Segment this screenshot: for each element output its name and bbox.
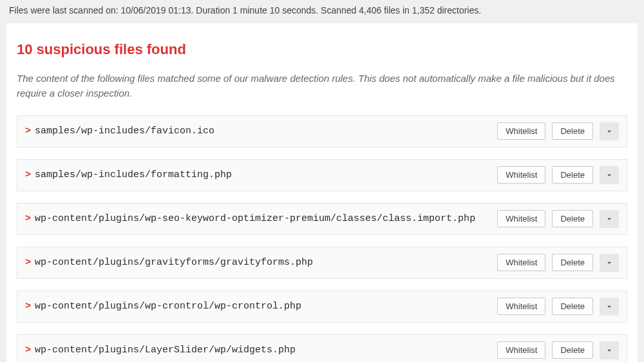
delete-button[interactable]: Delete [552, 122, 593, 140]
file-path-wrap: > samples/wp-includes/formatting.php [25, 169, 497, 180]
results-heading: 10 suspicious files found [17, 41, 627, 58]
results-panel: 10 suspicious files found The content of… [6, 23, 638, 362]
file-path-text: samples/wp-includes/favicon.ico [35, 126, 214, 137]
file-actions: Whitelist Delete [497, 298, 619, 316]
delete-button[interactable]: Delete [552, 341, 593, 359]
file-actions: Whitelist Delete [497, 254, 619, 272]
whitelist-button[interactable]: Whitelist [497, 298, 545, 315]
expand-arrow-icon: > [25, 301, 31, 312]
expand-arrow-icon: > [25, 126, 31, 137]
file-actions: Whitelist Delete [497, 341, 619, 359]
chevron-down-icon [605, 258, 614, 267]
file-row: > wp-content/plugins/LayerSlider/wp/widg… [17, 334, 627, 363]
file-path-wrap: > wp-content/plugins/wp-crontrol/wp-cron… [25, 301, 497, 312]
expand-arrow-icon: > [25, 257, 31, 268]
file-row: > wp-content/plugins/gravityforms/gravit… [17, 247, 627, 279]
file-row: > wp-content/plugins/wp-crontrol/wp-cron… [17, 291, 627, 323]
expand-toggle[interactable] [600, 122, 619, 140]
file-actions: Whitelist Delete [497, 210, 619, 228]
results-description: The content of the following files match… [17, 71, 627, 101]
whitelist-button[interactable]: Whitelist [497, 166, 545, 184]
file-list: > samples/wp-includes/favicon.ico Whitel… [17, 115, 627, 363]
file-path-text: samples/wp-includes/formatting.php [35, 169, 232, 180]
expand-toggle[interactable] [600, 166, 619, 184]
expand-toggle[interactable] [600, 210, 619, 228]
file-path-text: wp-content/plugins/wp-crontrol/wp-crontr… [35, 301, 301, 312]
file-path-text: wp-content/plugins/wp-seo-keyword-optimi… [35, 213, 475, 224]
file-path-wrap: > wp-content/plugins/wp-seo-keyword-opti… [25, 213, 497, 224]
delete-button[interactable]: Delete [552, 166, 593, 184]
file-path-text: wp-content/plugins/gravityforms/gravityf… [35, 257, 313, 268]
file-row: > wp-content/plugins/wp-seo-keyword-opti… [17, 203, 627, 235]
file-actions: Whitelist Delete [497, 122, 619, 140]
expand-toggle[interactable] [600, 341, 619, 359]
chevron-down-icon [605, 171, 614, 180]
file-row: > samples/wp-includes/favicon.ico Whitel… [17, 115, 627, 148]
whitelist-button[interactable]: Whitelist [497, 254, 545, 271]
file-actions: Whitelist Delete [497, 166, 619, 184]
file-path-text: wp-content/plugins/LayerSlider/wp/widget… [35, 345, 296, 356]
chevron-down-icon [605, 214, 614, 224]
file-path-wrap: > wp-content/plugins/LayerSlider/wp/widg… [25, 345, 497, 356]
whitelist-button[interactable]: Whitelist [497, 122, 545, 140]
expand-arrow-icon: > [25, 169, 31, 180]
whitelist-button[interactable]: Whitelist [497, 210, 545, 227]
expand-toggle[interactable] [600, 298, 619, 316]
expand-toggle[interactable] [600, 254, 619, 272]
delete-button[interactable]: Delete [552, 298, 593, 315]
chevron-down-icon [605, 302, 614, 311]
file-row: > samples/wp-includes/formatting.php Whi… [17, 159, 627, 191]
expand-arrow-icon: > [25, 213, 31, 224]
file-path-wrap: > wp-content/plugins/gravityforms/gravit… [25, 257, 497, 268]
chevron-down-icon [605, 346, 614, 355]
file-path-wrap: > samples/wp-includes/favicon.ico [25, 126, 497, 137]
whitelist-button[interactable]: Whitelist [497, 341, 545, 359]
scan-info-bar: Files were last scanned on: 10/06/2019 0… [0, 0, 644, 23]
chevron-down-icon [605, 127, 614, 136]
expand-arrow-icon: > [25, 345, 31, 356]
delete-button[interactable]: Delete [552, 210, 593, 227]
delete-button[interactable]: Delete [552, 254, 593, 271]
